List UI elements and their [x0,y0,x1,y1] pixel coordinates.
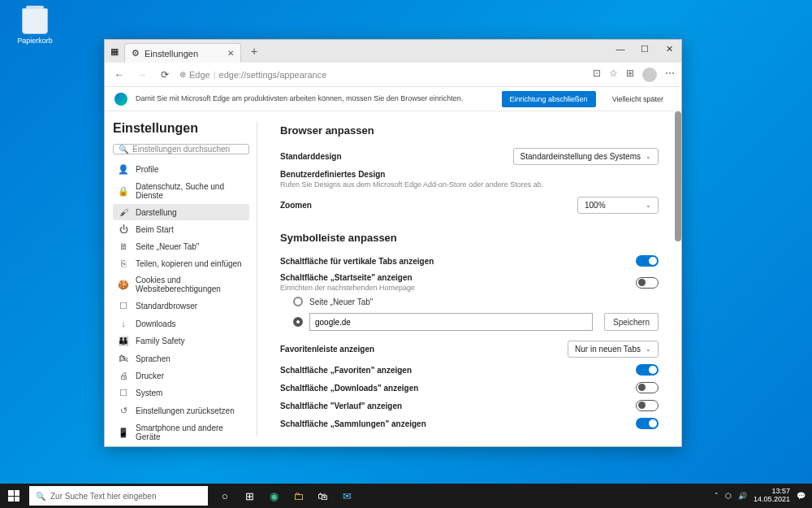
minimize-button[interactable]: — [608,40,633,58]
language-icon: 🖎 [118,354,129,363]
favbar-dropdown[interactable]: Nur in neuen Tabs ⌄ [568,341,659,358]
url-edge-label: Edge [189,70,210,80]
url-field[interactable]: ⊕ Edge | edge://settings/appearance [179,70,586,80]
store-icon[interactable]: 🛍 [310,484,335,508]
tab-close-icon[interactable]: ✕ [227,49,234,58]
home-button-sub: Einrichten der nachstehenden Homepage [280,284,415,292]
sidebar-item-system[interactable]: ☐System [113,384,249,402]
cortana-icon[interactable]: ○ [213,484,237,508]
maybe-later-button[interactable]: Vielleicht später [604,91,672,107]
gear-icon: ⚙ [132,48,140,59]
taskbar: 🔍 Zur Suche Text hier eingeben ○ ⊞ ◉ 🗀 🛍… [0,484,812,508]
close-button[interactable]: ✕ [657,40,681,58]
save-button[interactable]: Speichern [604,313,659,331]
tab-settings[interactable]: ⚙ Einstellungen ✕ [124,43,241,63]
back-button[interactable]: ← [111,69,127,80]
radio-newtab-label: Seite „Neuer Tab" [309,297,373,306]
sidebar-item-printers[interactable]: 🖨Drucker [113,367,249,384]
search-placeholder: Einstellungen durchsuchen [132,145,230,154]
tray-chevron-icon[interactable]: ˄ [715,492,719,500]
profile-icon: 👤 [118,164,129,175]
favorite-icon[interactable]: ☆ [609,67,618,82]
volume-icon[interactable]: 🔊 [738,492,747,500]
new-tab-button[interactable]: + [246,45,262,58]
refresh-button[interactable]: ⟳ [157,69,173,80]
taskbar-search-input[interactable]: 🔍 Zur Suche Text hier eingeben [29,486,208,506]
page-icon: 🗎 [118,241,129,251]
edge-settings-window: ▦ ⚙ Einstellungen ✕ + — ☐ ✕ ← → ⟳ ⊕ Edge… [104,39,682,447]
homepage-url-input[interactable] [309,313,593,331]
chevron-down-icon: ⌄ [646,345,651,353]
reading-icon[interactable]: ⊡ [593,67,601,82]
maximize-button[interactable]: ☐ [633,40,657,58]
windows-logo-icon [8,490,19,501]
more-icon[interactable]: ⋯ [665,67,675,82]
collections-icon[interactable]: ⊞ [626,67,634,82]
home-button-toggle[interactable] [636,277,659,289]
sidebar-item-reset[interactable]: ↺Einstellungen zurücksetzen [113,402,249,419]
network-icon[interactable]: ⬡ [725,492,732,500]
history-button-toggle[interactable] [636,400,659,411]
taskbar-search-placeholder: Zur Suche Text hier eingeben [50,492,156,501]
sidebar-item-privacy[interactable]: 🔒Datenschutz, Suche und Dienste [113,179,249,203]
complete-setup-button[interactable]: Einrichtung abschließen [502,91,596,107]
fav-button-toggle[interactable] [636,364,659,376]
custom-design-sub: Rufen Sie Designs aus dem Microsoft Edge… [280,180,543,189]
home-button-label: Schaltfläche „Startseite" anzeigen [280,273,415,282]
notifications-icon[interactable]: 💬 [797,492,806,500]
sidebar-item-default[interactable]: ☐Standardbrowser [113,297,249,315]
settings-main: Browser anpassen Standarddesign Standard… [257,111,681,446]
zoom-dropdown[interactable]: 100% ⌄ [577,197,659,214]
sidebar-item-appearance[interactable]: 🖌Darstellung [113,204,249,220]
settings-search-input[interactable]: 🔍 Einstellungen durchsuchen [113,144,249,154]
sidebar-item-downloads[interactable]: ↓Downloads [113,315,249,332]
search-icon: 🔍 [119,145,128,154]
sidebar-title: Einstellungen [113,121,249,136]
setup-notice: Damit Sie mit Microsoft Edge am produkti… [105,87,681,111]
vertical-tabs-label: Schaltfläche für vertikale Tabs anzeigen [280,257,434,266]
notice-text: Damit Sie mit Microsoft Edge am produkti… [136,94,494,103]
chevron-down-icon: ⌄ [646,153,651,160]
collections-button-label: Schaltfläche „Sammlungen" anzeigen [280,419,426,428]
lock-icon: ⊕ [179,70,186,79]
radio-url[interactable] [293,317,303,327]
dl-button-toggle[interactable] [636,382,659,393]
addon-store-link[interactable]: Microsoft Edge Add-on-Store [373,180,467,189]
sidebar-item-phone[interactable]: 📱Smartphone und andere Geräte [113,420,249,445]
taskview-icon[interactable]: ⊞ [237,484,261,508]
favbar-label: Favoritenleiste anzeigen [280,345,374,354]
sidebar-item-about[interactable]: ⓔInfos zu Microsoft Edge [113,445,249,446]
mail-icon[interactable]: ✉ [335,484,359,508]
edge-logo-icon [114,93,127,106]
cookie-icon: 🍪 [118,280,129,290]
explorer-icon[interactable]: 🗀 [286,484,310,508]
browser-icon: ☐ [118,301,129,311]
scrollbar[interactable] [675,111,681,241]
start-button[interactable] [0,484,28,508]
clock[interactable]: 13:57 14.05.2021 [754,488,790,504]
zoom-label: Zoomen [280,201,312,210]
other-stores-link[interactable]: andere Stores [486,180,532,189]
titlebar: ▦ ⚙ Einstellungen ✕ + — ☐ ✕ [105,40,681,63]
share-icon: ⎘ [118,258,129,268]
edge-taskbar-icon[interactable]: ◉ [261,484,286,508]
sidebar-item-newtab[interactable]: 🗎Seite „Neuer Tab" [113,238,249,254]
recycle-bin[interactable]: Papierkorb [15,8,55,45]
sidebar-item-languages[interactable]: 🖎Sprachen [113,350,249,367]
sidebar-item-startup[interactable]: ⏻Beim Start [113,221,249,237]
vertical-tabs-toggle[interactable] [636,255,659,267]
appearance-icon: 🖌 [118,207,129,217]
chevron-down-icon: ⌄ [646,202,651,209]
tab-label: Einstellungen [145,49,198,59]
app-menu-icon[interactable]: ▦ [105,46,124,57]
sidebar-item-share[interactable]: ⎘Teilen, kopieren und einfügen [113,255,249,271]
radio-newtab[interactable] [293,297,303,306]
sidebar-item-profile[interactable]: 👤Profile [113,161,249,178]
recycle-bin-icon [22,8,48,34]
sidebar-item-cookies[interactable]: 🍪Cookies und Websiteberechtigungen [113,272,249,297]
profile-avatar[interactable] [642,67,657,82]
system-tray[interactable]: ˄ ⬡ 🔊 13:57 14.05.2021 💬 [715,488,812,504]
sidebar-item-family[interactable]: 👪Family Safety [113,332,249,350]
default-design-dropdown[interactable]: Standardeinstellung des Systems ⌄ [513,148,659,165]
collections-button-toggle[interactable] [636,418,659,429]
